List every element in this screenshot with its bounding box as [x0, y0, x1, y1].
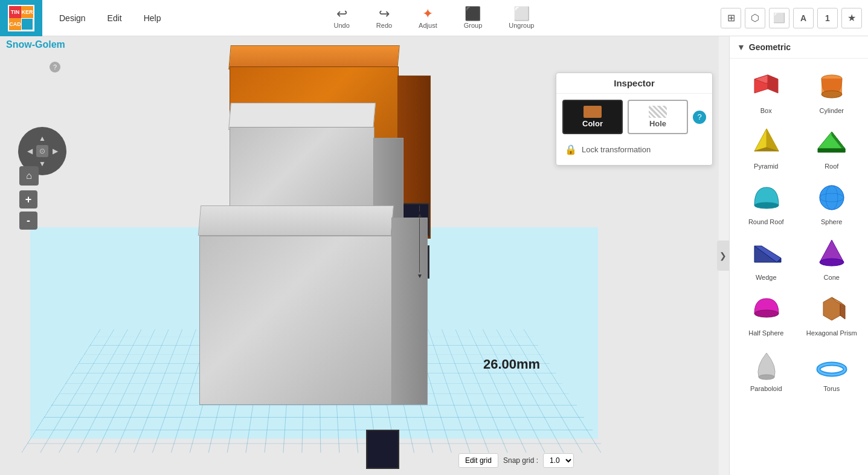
toolbar-center: ↩ Undo ↪ Redo ✦ Adjust ⬛ Group ⬜ Ungroup [327, 0, 542, 36]
inspector-body: Color Hole ? 🔒 Lock transformation [556, 94, 712, 165]
ungroup-icon: ⬜ [513, 7, 530, 21]
half-sphere-shape-label: Half Sphere [748, 329, 783, 337]
height-indicator: ▲ ▼ [417, 205, 423, 279]
panel-toggle-icon[interactable]: ▼ [737, 42, 745, 52]
ungroup-label: Ungroup [509, 22, 534, 29]
color-label: Color [582, 119, 603, 128]
orange-box-top-face [228, 45, 399, 69]
shape-wedge[interactable]: Wedge [735, 230, 798, 283]
color-hole-row: Color Hole ? [562, 100, 706, 134]
view-star-button[interactable]: ★ [841, 8, 862, 28]
nav-arrow-ur [49, 132, 61, 144]
view-number-button[interactable]: 1 [817, 8, 838, 28]
lock-row[interactable]: 🔒 Lock transformation [562, 140, 706, 159]
torus-shape-icon [814, 346, 850, 383]
bottom-box-front[interactable] [199, 236, 393, 405]
shape-cylinder[interactable]: Cylinder [800, 63, 864, 117]
nav-arrow-ul [24, 132, 36, 144]
cylinder-shape-icon [814, 68, 850, 105]
hole-button[interactable]: Hole [628, 100, 688, 134]
svg-point-12 [754, 202, 779, 208]
adjust-button[interactable]: ✦ Adjust [411, 5, 445, 31]
nav-edit[interactable]: Edit [97, 0, 133, 36]
logo-cell-tl: TIN [9, 6, 21, 18]
shape-hexagonal-prism[interactable]: Hexagonal Prism [800, 286, 864, 339]
svg-marker-2 [768, 75, 778, 93]
nav-arrow-left[interactable]: ◀ [24, 145, 36, 157]
help-button[interactable]: ? [50, 62, 60, 73]
nav-help[interactable]: Help [133, 0, 172, 36]
group-button[interactable]: ⬛ Group [457, 5, 490, 31]
nav-menu: Design Edit Help [48, 0, 172, 36]
nav-arrow-up[interactable]: ▲ [36, 132, 48, 144]
shapes-panel-header: ▼ Geometric [730, 36, 868, 59]
snap-grid-label: Snap grid : [503, 456, 538, 465]
cylinder-shape-label: Cylinder [820, 107, 844, 114]
home-button[interactable]: ⌂ [19, 166, 39, 186]
grid-controls: Edit grid Snap grid : 1.0 0.5 2.0 [458, 453, 574, 468]
undo-label: Undo [334, 22, 350, 29]
shape-torus[interactable]: Torus [800, 341, 864, 395]
shapes-panel: ▼ Geometric Box [729, 36, 868, 475]
height-arrow-down: ▼ [417, 273, 423, 279]
toolbar-right: ⊞ ⬡ ⬜ A 1 ★ [721, 0, 868, 36]
snap-grid-select[interactable]: 1.0 0.5 2.0 [543, 453, 574, 468]
collapse-panel-button[interactable]: ❯ [717, 241, 729, 271]
view-grid-button[interactable]: ⊞ [721, 8, 741, 28]
topbar: TIN KER CAD Design Edit Help ↩ Undo ↪ Re… [0, 0, 868, 36]
shape-pyramid[interactable]: Pyramid [735, 119, 798, 172]
shape-half-sphere[interactable]: Half Sphere [735, 286, 798, 339]
shape-paraboloid[interactable]: Paraboloid [735, 341, 798, 395]
shapes-panel-title: Geometric [749, 42, 791, 52]
sphere-shape-icon [814, 179, 850, 216]
shapes-grid: Box Cylinder [730, 59, 868, 399]
hole-label: Hole [649, 119, 666, 128]
nav-arrow-center[interactable]: ⊙ [36, 145, 48, 157]
height-line [419, 218, 420, 273]
zoom-out-button[interactable]: - [19, 212, 37, 230]
logo-cell-br [21, 18, 33, 30]
upper-box-top-face [228, 103, 376, 130]
cone-shape-icon [814, 235, 850, 271]
wedge-shape-icon [748, 235, 784, 271]
height-arrow-up: ▲ [417, 212, 423, 218]
view-3d-button[interactable]: ⬡ [745, 8, 765, 28]
shape-roof[interactable]: Roof [800, 119, 864, 172]
hexagonal-prism-shape-label: Hexagonal Prism [806, 329, 857, 337]
roof-shape-label: Roof [825, 163, 838, 170]
svg-point-21 [754, 310, 779, 317]
paraboloid-shape-icon [748, 346, 784, 383]
hexagonal-prism-shape-icon [814, 291, 850, 327]
window-1 [366, 430, 399, 469]
adjust-icon: ✦ [422, 7, 433, 21]
undo-button[interactable]: ↩ Undo [327, 5, 357, 31]
redo-label: Redo [376, 22, 392, 29]
inspector-panel: Inspector Color Hole ? 🔒 Lock transforma… [556, 73, 713, 166]
torus-shape-label: Torus [823, 385, 840, 392]
edit-grid-button[interactable]: Edit grid [458, 453, 498, 468]
inspector-help-button[interactable]: ? [693, 111, 706, 124]
color-button[interactable]: Color [562, 100, 623, 134]
ungroup-button[interactable]: ⬜ Ungroup [501, 5, 541, 31]
nav-arrow-dr [49, 158, 61, 170]
shape-cone[interactable]: Cone [800, 230, 864, 283]
view-cube-button[interactable]: ⬜ [769, 8, 789, 28]
model-container[interactable]: ↺ ↻ ▲ ▼ [151, 66, 513, 459]
redo-button[interactable]: ↪ Redo [369, 5, 399, 31]
zoom-in-button[interactable]: + [19, 190, 37, 208]
paraboloid-shape-label: Paraboloid [750, 385, 782, 392]
shape-round-roof[interactable]: Round Roof [735, 175, 798, 228]
shape-box[interactable]: Box [735, 63, 798, 117]
view-text-button[interactable]: A [793, 8, 814, 28]
height-arrow-top [419, 205, 420, 212]
nav-design[interactable]: Design [48, 0, 97, 36]
nav-arrow-right[interactable]: ▶ [49, 145, 61, 157]
shape-sphere[interactable]: Sphere [800, 175, 864, 228]
svg-point-5 [821, 91, 842, 98]
cone-shape-label: Cone [824, 274, 840, 281]
wedge-shape-label: Wedge [756, 274, 777, 281]
lock-label: Lock transformation [582, 145, 651, 154]
svg-marker-11 [818, 149, 845, 152]
logo-area[interactable]: TIN KER CAD [0, 0, 42, 36]
svg-point-20 [820, 259, 844, 266]
